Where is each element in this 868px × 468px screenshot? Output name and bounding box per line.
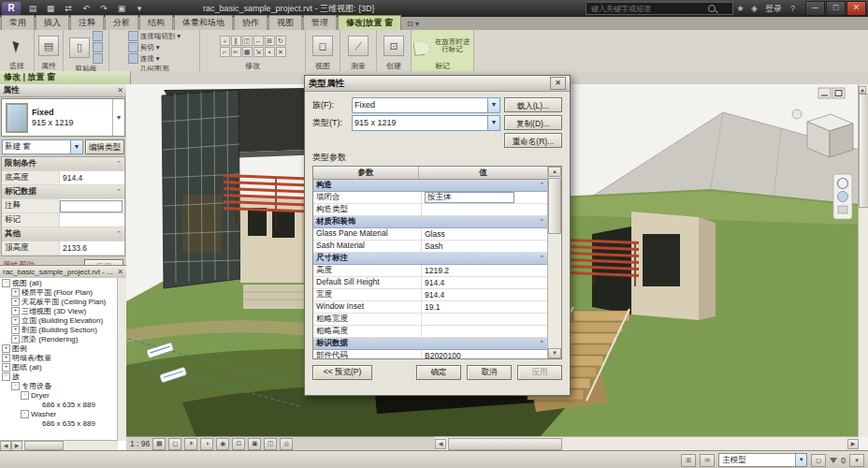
scroll-thumb[interactable] xyxy=(548,178,561,234)
browser-horizontal-scrollbar[interactable]: ◀ ▶ xyxy=(0,440,118,450)
tab-analyze[interactable]: 分析 xyxy=(105,15,138,30)
tab-insert[interactable]: 插入 xyxy=(36,15,69,30)
edit-type-button[interactable]: 编辑类型 xyxy=(85,139,124,154)
wall-closure-input[interactable]: 按主体 xyxy=(425,192,514,203)
tab-modify-place-window[interactable]: 修改|放置 窗 xyxy=(338,15,401,30)
offset-icon[interactable]: ∥ xyxy=(231,36,241,46)
close-button[interactable]: ✕ xyxy=(846,1,866,16)
tree-item-specialty-equipment[interactable]: -专用设备 xyxy=(0,381,118,390)
qat-dropdown-icon[interactable]: ▾ xyxy=(132,2,147,16)
cope-button[interactable]: 连接端切割▾ xyxy=(128,31,181,41)
search-icon[interactable] xyxy=(708,5,716,12)
property-row[interactable]: 标记 xyxy=(2,213,124,227)
save-icon[interactable]: ▦ xyxy=(43,2,58,16)
tree-item-legends[interactable]: +图例 xyxy=(0,344,118,353)
project-browser-close-icon[interactable]: ✕ xyxy=(117,268,123,276)
param-group-row[interactable]: 标识数据⌃ xyxy=(313,338,547,350)
type-select[interactable]: 915 x 1219▼ xyxy=(352,115,500,131)
type-selector-dropdown-icon[interactable]: ▼ xyxy=(112,99,124,136)
tree-item-schedules[interactable]: +明细表/数量 xyxy=(0,353,118,362)
tree-item-washer-type[interactable]: 686 x 635 x 889 xyxy=(0,418,118,428)
visual-style-icon[interactable]: ◻ xyxy=(168,438,181,450)
home-icon[interactable] xyxy=(792,110,802,119)
subscription-star-icon[interactable]: ★ xyxy=(733,4,747,13)
revit-menu-button[interactable]: R xyxy=(2,2,21,15)
tag-on-placement-icon[interactable] xyxy=(412,36,432,56)
tree-item-3d-views[interactable]: +三维视图 (3D View) xyxy=(0,306,118,315)
tree-item-sheets[interactable]: +图纸 (all) xyxy=(0,362,118,372)
zoom-icon[interactable] xyxy=(838,192,848,202)
tree-item-washer[interactable]: -Washer xyxy=(0,409,118,418)
expander-icon[interactable]: + xyxy=(2,344,10,353)
tree-item-sections[interactable]: +剖面 (Building Section) xyxy=(0,325,118,334)
minimize-button[interactable]: ─ xyxy=(805,1,825,16)
expander-icon[interactable]: + xyxy=(11,326,20,334)
param-row[interactable]: 宽度914.4 xyxy=(313,289,547,301)
properties-close-icon[interactable]: ✕ xyxy=(117,86,123,95)
design-options-select[interactable]: 主模型 ▼ xyxy=(718,453,807,467)
param-row[interactable]: Window Inset19.1 xyxy=(313,301,547,314)
delete-icon[interactable]: ✕ xyxy=(276,47,286,57)
undo-icon[interactable]: ↶ xyxy=(79,2,94,16)
dialog-title-bar[interactable]: 类型属性 ✕ xyxy=(305,76,570,92)
measure-icon[interactable]: ⟋ xyxy=(348,36,369,56)
tab-view[interactable]: 视图 xyxy=(268,15,302,30)
project-browser-header[interactable]: rac_basic_sample_project.rvt - ... ✕ xyxy=(0,266,126,279)
tab-massing-site[interactable]: 体量和场地 xyxy=(174,15,233,30)
modify-cursor-icon[interactable] xyxy=(12,39,21,52)
maximize-button[interactable]: □ xyxy=(826,1,846,16)
expander-icon[interactable]: + xyxy=(11,335,20,344)
expander-icon[interactable]: - xyxy=(2,373,10,381)
load-button[interactable]: 载入(L)... xyxy=(504,97,562,112)
worksharing-icon[interactable]: ⊞ xyxy=(681,454,696,467)
copy-icon[interactable] xyxy=(93,42,103,52)
expander-icon[interactable]: - xyxy=(2,279,10,287)
view-vertical-scrollbar[interactable]: ▲ xyxy=(858,84,868,437)
view-panel-icon[interactable]: ◻ xyxy=(312,36,333,56)
tab-manage[interactable]: 管理 xyxy=(303,15,337,30)
trim-icon[interactable]: ⌐ xyxy=(220,47,230,57)
search-input[interactable] xyxy=(589,4,705,14)
param-row[interactable]: 粗略宽度 xyxy=(313,314,547,326)
expander-icon[interactable]: - xyxy=(11,382,20,390)
tree-item-renderings[interactable]: +渲染 (Rendering) xyxy=(0,334,118,344)
open-icon[interactable]: ▤ xyxy=(25,2,40,16)
param-row[interactable]: 墙闭合按主体 xyxy=(313,192,547,204)
param-row[interactable]: 构造类型 xyxy=(313,204,547,216)
redo-icon[interactable]: ↷ xyxy=(96,2,111,16)
tree-item-elevations[interactable]: +立面 (Building Elevation) xyxy=(0,315,118,325)
shadows-icon[interactable]: ◑ xyxy=(200,438,213,450)
exclude-options-icon[interactable]: ◻ xyxy=(811,454,826,467)
cancel-button[interactable]: 取消 xyxy=(467,365,512,380)
param-group-row[interactable]: 尺寸标注⌃ xyxy=(313,253,547,265)
scale-icon[interactable]: ⇲ xyxy=(253,47,264,57)
group-constraints[interactable]: 限制条件⌃ xyxy=(2,157,124,171)
scroll-thumb[interactable] xyxy=(448,438,562,450)
scroll-left-icon[interactable]: ◀ xyxy=(435,439,446,449)
print-icon[interactable]: ▣ xyxy=(114,2,129,16)
element-filter-select[interactable]: 新建 窗 ▼ xyxy=(2,139,83,154)
property-row[interactable]: 顶高度 2133.6 xyxy=(2,241,124,256)
tree-item-families[interactable]: -族 xyxy=(0,372,118,381)
pan-icon[interactable] xyxy=(838,206,847,213)
scroll-right-icon[interactable]: ▶ xyxy=(847,439,859,449)
expander-icon[interactable]: - xyxy=(21,391,29,400)
duplicate-button[interactable]: 复制(D)... xyxy=(504,115,562,130)
help-icon[interactable]: ? xyxy=(786,4,800,13)
sun-path-icon[interactable]: ☀ xyxy=(184,438,197,450)
show-rendering-dialog-icon[interactable]: ◉ xyxy=(216,438,229,450)
dialog-apply-button[interactable]: 应用 xyxy=(517,365,562,380)
properties-palette-header[interactable]: 属性 ✕ xyxy=(0,84,126,97)
communication-center-icon[interactable]: ◈ xyxy=(747,4,761,13)
param-row[interactable]: Sash MaterialSash xyxy=(313,241,547,253)
scroll-down-icon[interactable]: ▼ xyxy=(548,348,561,358)
copy-tool-icon[interactable]: ⊞ xyxy=(265,36,275,46)
scroll-up-icon[interactable]: ▲ xyxy=(859,86,866,94)
scroll-thumb[interactable] xyxy=(24,441,64,450)
family-select[interactable]: Fixed▼ xyxy=(352,97,500,113)
expander-icon[interactable]: + xyxy=(2,363,10,372)
show-crop-region-icon[interactable]: ▣ xyxy=(248,438,261,450)
match-type-icon[interactable] xyxy=(93,53,103,64)
type-selector[interactable]: Fixed 915 x 1219 ▼ xyxy=(1,98,125,137)
param-group-row[interactable]: 构造⌃ xyxy=(313,180,547,192)
